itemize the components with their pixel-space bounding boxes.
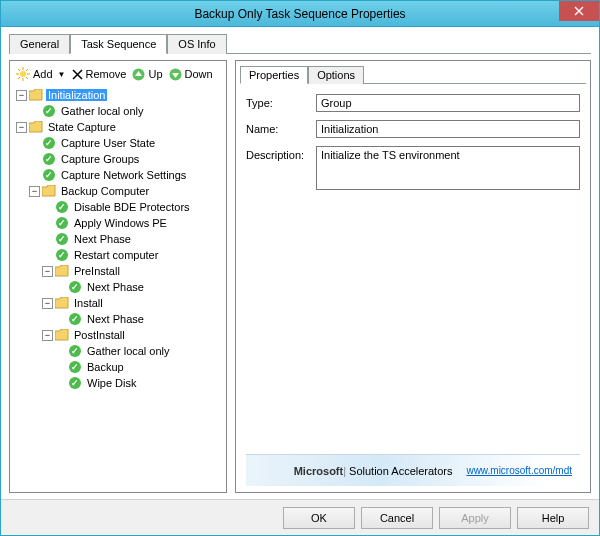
tree-node-gather-local[interactable]: ✓Gather local only xyxy=(16,103,222,119)
tree-node-preinstall[interactable]: −PreInstall xyxy=(16,263,222,279)
up-button[interactable]: Up xyxy=(132,68,162,81)
arrow-up-icon xyxy=(132,68,145,81)
collapse-icon[interactable]: − xyxy=(42,298,53,309)
right-panel: Properties Options Type: Name: Descripti… xyxy=(235,60,591,493)
svg-line-5 xyxy=(18,69,20,71)
add-label: Add xyxy=(33,68,53,80)
tree-toolbar: Add▼ Remove Up Down xyxy=(14,65,222,87)
check-icon: ✓ xyxy=(68,344,82,358)
check-icon: ✓ xyxy=(55,216,69,230)
ok-button[interactable]: OK xyxy=(283,507,355,529)
folder-icon xyxy=(55,328,69,342)
sun-icon xyxy=(16,67,30,81)
dialog-body: General Task Sequence OS Info Add▼ Remov… xyxy=(1,27,599,499)
close-icon xyxy=(574,6,584,16)
tree-node-next-phase-1[interactable]: ✓Next Phase xyxy=(16,231,222,247)
remove-button[interactable]: Remove xyxy=(72,68,127,80)
tab-options[interactable]: Options xyxy=(308,66,364,84)
svg-line-6 xyxy=(26,77,28,79)
collapse-icon[interactable]: − xyxy=(42,266,53,277)
tree-node-restart[interactable]: ✓Restart computer xyxy=(16,247,222,263)
collapse-icon[interactable]: − xyxy=(16,90,27,101)
window: Backup Only Task Sequence Properties Gen… xyxy=(0,0,600,536)
check-icon: ✓ xyxy=(42,152,56,166)
properties-body: Type: Name: Description: Microsoft| Solu… xyxy=(236,84,590,492)
brand-bar: Microsoft| Solution Accelerators www.mic… xyxy=(246,454,580,486)
check-icon: ✓ xyxy=(55,200,69,214)
check-icon: ✓ xyxy=(42,104,56,118)
tab-properties[interactable]: Properties xyxy=(240,66,308,84)
brand-text: Microsoft| Solution Accelerators xyxy=(294,465,453,477)
collapse-icon[interactable]: − xyxy=(16,122,27,133)
inner-tab-strip: Properties Options xyxy=(240,65,586,84)
titlebar: Backup Only Task Sequence Properties xyxy=(1,1,599,27)
type-label: Type: xyxy=(246,94,316,109)
check-icon: ✓ xyxy=(68,376,82,390)
folder-icon xyxy=(29,120,43,134)
left-panel: Add▼ Remove Up Down xyxy=(9,60,227,493)
brand-link[interactable]: www.microsoft.com/mdt xyxy=(466,465,572,476)
folder-icon xyxy=(29,88,43,102)
check-icon: ✓ xyxy=(55,248,69,262)
row-name: Name: xyxy=(246,120,580,138)
check-icon: ✓ xyxy=(55,232,69,246)
tree-node-initialization[interactable]: −Initialization xyxy=(16,87,222,103)
close-button[interactable] xyxy=(559,1,599,21)
tree-node-next-phase-3[interactable]: ✓Next Phase xyxy=(16,311,222,327)
dialog-button-bar: OK Cancel Apply Help xyxy=(1,499,599,535)
check-icon: ✓ xyxy=(68,280,82,294)
x-icon xyxy=(72,69,83,80)
check-icon: ✓ xyxy=(42,168,56,182)
svg-line-8 xyxy=(18,77,20,79)
collapse-icon[interactable]: − xyxy=(29,186,40,197)
check-icon: ✓ xyxy=(42,136,56,150)
tab-os-info[interactable]: OS Info xyxy=(167,34,226,54)
folder-icon xyxy=(42,184,56,198)
collapse-icon[interactable]: − xyxy=(42,330,53,341)
down-button[interactable]: Down xyxy=(169,68,213,81)
apply-button: Apply xyxy=(439,507,511,529)
add-button[interactable]: Add▼ xyxy=(16,67,66,81)
name-label: Name: xyxy=(246,120,316,135)
name-field[interactable] xyxy=(316,120,580,138)
tab-task-sequence[interactable]: Task Sequence xyxy=(70,34,167,54)
tree-node-capture-groups[interactable]: ✓Capture Groups xyxy=(16,151,222,167)
folder-icon xyxy=(55,296,69,310)
folder-icon xyxy=(55,264,69,278)
tree-node-next-phase-2[interactable]: ✓Next Phase xyxy=(16,279,222,295)
tree-node-gather-local-2[interactable]: ✓Gather local only xyxy=(16,343,222,359)
chevron-down-icon: ▼ xyxy=(58,70,66,79)
window-title: Backup Only Task Sequence Properties xyxy=(194,7,405,21)
tree-node-backup-computer[interactable]: −Backup Computer xyxy=(16,183,222,199)
svg-point-0 xyxy=(20,71,26,77)
check-icon: ✓ xyxy=(68,312,82,326)
tree-node-backup[interactable]: ✓Backup xyxy=(16,359,222,375)
tree-node-capture-user-state[interactable]: ✓Capture User State xyxy=(16,135,222,151)
tree-node-state-capture[interactable]: −State Capture xyxy=(16,119,222,135)
task-tree[interactable]: −Initialization ✓Gather local only −Stat… xyxy=(14,87,222,488)
arrow-down-icon xyxy=(169,68,182,81)
tree-node-install[interactable]: −Install xyxy=(16,295,222,311)
description-field[interactable] xyxy=(316,146,580,190)
down-label: Down xyxy=(185,68,213,80)
cancel-button[interactable]: Cancel xyxy=(361,507,433,529)
tree-node-capture-network[interactable]: ✓Capture Network Settings xyxy=(16,167,222,183)
help-button[interactable]: Help xyxy=(517,507,589,529)
tree-node-apply-winpe[interactable]: ✓Apply Windows PE xyxy=(16,215,222,231)
tree-node-wipe-disk[interactable]: ✓Wipe Disk xyxy=(16,375,222,391)
remove-label: Remove xyxy=(86,68,127,80)
description-label: Description: xyxy=(246,146,316,161)
tree-node-postinstall[interactable]: −PostInstall xyxy=(16,327,222,343)
row-type: Type: xyxy=(246,94,580,112)
tree-node-disable-bde[interactable]: ✓Disable BDE Protectors xyxy=(16,199,222,215)
tab-general[interactable]: General xyxy=(9,34,70,54)
up-label: Up xyxy=(148,68,162,80)
svg-line-7 xyxy=(26,69,28,71)
outer-tab-strip: General Task Sequence OS Info xyxy=(9,33,591,54)
content-row: Add▼ Remove Up Down xyxy=(9,60,591,493)
type-field xyxy=(316,94,580,112)
check-icon: ✓ xyxy=(68,360,82,374)
row-description: Description: xyxy=(246,146,580,192)
